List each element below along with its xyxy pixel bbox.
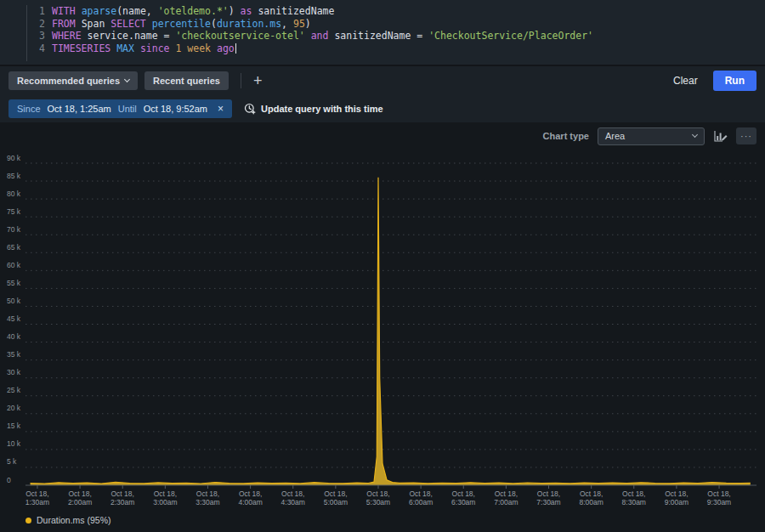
chart-header: Chart type Area ··· (0, 122, 765, 148)
svg-text:7:00am: 7:00am (494, 498, 518, 507)
svg-text:20 k: 20 k (7, 404, 21, 412)
svg-text:9:30am: 9:30am (707, 498, 731, 507)
svg-text:9:00am: 9:00am (665, 498, 688, 507)
toolbar-divider (241, 73, 241, 88)
time-filter-row: Since Oct 18, 1:25am Until Oct 18, 9:52a… (0, 95, 765, 122)
chart-section: Chart type Area ··· 90 k85 k80 k75 k70 k… (0, 122, 765, 525)
line-number: 4 (33, 42, 45, 55)
svg-text:2:00am: 2:00am (68, 498, 92, 507)
svg-text:Oct 18,: Oct 18, (452, 490, 475, 498)
svg-text:8:00am: 8:00am (579, 498, 603, 507)
legend-item[interactable]: Duration.ms (95%) (26, 515, 111, 525)
svg-text:Oct 18,: Oct 18, (537, 490, 560, 498)
add-query-button[interactable]: + (253, 73, 263, 88)
svg-text:4:30am: 4:30am (281, 498, 305, 507)
recommended-queries-label: Recommended queries (17, 76, 120, 86)
svg-text:4:00am: 4:00am (238, 498, 262, 507)
since-value: Oct 18, 1:25am (48, 104, 111, 114)
svg-text:60 k: 60 k (7, 261, 21, 269)
text-caret (235, 43, 236, 54)
svg-text:80 k: 80 k (7, 190, 21, 198)
svg-text:Oct 18,: Oct 18, (111, 490, 134, 498)
svg-text:15 k: 15 k (7, 422, 21, 430)
query-editor[interactable]: 1WITH aparse(name, 'oteldemo.*') as sani… (0, 0, 765, 66)
clock-plus-icon (244, 103, 256, 115)
svg-text:85 k: 85 k (7, 172, 21, 180)
recent-queries-button[interactable]: Recent queries (144, 71, 229, 90)
legend-label: Duration.ms (95%) (37, 515, 111, 525)
query-toolbar: Recommended queries Recent queries + Cle… (0, 66, 765, 95)
edit-chart-icon (713, 129, 728, 143)
update-time-label: Update query with this time (261, 104, 383, 114)
svg-text:Oct 18,: Oct 18, (324, 490, 347, 498)
line-number: 3 (33, 30, 45, 42)
recommended-queries-button[interactable]: Recommended queries (8, 71, 138, 90)
more-options-button[interactable]: ··· (736, 127, 756, 144)
svg-text:45 k: 45 k (7, 314, 21, 323)
code-line: 4TIMESERIES MAX since 1 week ago (33, 42, 765, 55)
svg-text:40 k: 40 k (7, 332, 21, 341)
svg-text:3:30am: 3:30am (196, 498, 219, 507)
code-line: 2FROM Span SELECT percentile(duration.ms… (33, 18, 765, 31)
svg-text:55 k: 55 k (7, 279, 21, 287)
recent-queries-label: Recent queries (153, 76, 220, 86)
svg-text:7:30am: 7:30am (536, 498, 560, 507)
svg-text:8:30am: 8:30am (622, 498, 646, 507)
chart-legend: Duration.ms (95%) (0, 512, 765, 525)
svg-text:Oct 18,: Oct 18, (68, 490, 91, 498)
code-line: 1WITH aparse(name, 'oteldemo.*') as sani… (33, 5, 765, 18)
svg-text:2:30am: 2:30am (110, 498, 134, 507)
svg-text:Oct 18,: Oct 18, (495, 490, 518, 498)
svg-text:5 k: 5 k (7, 457, 17, 466)
chart-type-label: Chart type (543, 131, 589, 141)
svg-text:50 k: 50 k (7, 297, 21, 305)
code-line: 3WHERE service.name = 'checkoutservice-o… (33, 30, 765, 42)
plus-icon: + (253, 72, 263, 89)
until-label: Until (118, 104, 137, 114)
svg-text:Oct 18,: Oct 18, (665, 490, 688, 498)
svg-text:Oct 18,: Oct 18, (281, 490, 304, 498)
chevron-down-icon (124, 76, 130, 82)
svg-text:10 k: 10 k (7, 439, 21, 448)
chart-type-select[interactable]: Area (598, 127, 705, 145)
query-editor-lines: 1WITH aparse(name, 'oteldemo.*') as sani… (26, 5, 765, 61)
svg-text:Oct 18,: Oct 18, (409, 490, 432, 498)
svg-text:Oct 18,: Oct 18, (26, 490, 48, 498)
svg-text:65 k: 65 k (7, 243, 21, 252)
clear-button[interactable]: Clear (673, 75, 698, 87)
area-chart[interactable]: 90 k85 k80 k75 k70 k65 k60 k55 k50 k45 k… (0, 148, 765, 508)
svg-text:Oct 18,: Oct 18, (580, 490, 603, 498)
update-time-button[interactable]: Update query with this time (244, 103, 383, 115)
chart-type-value: Area (605, 131, 625, 141)
run-button[interactable]: Run (713, 71, 756, 91)
svg-text:Oct 18,: Oct 18, (196, 490, 219, 498)
svg-text:Oct 18,: Oct 18, (239, 490, 262, 498)
since-label: Since (17, 104, 41, 114)
edit-chart-button[interactable] (711, 127, 729, 144)
svg-text:6:30am: 6:30am (451, 498, 475, 507)
until-value: Oct 18, 9:52am (144, 104, 207, 114)
svg-text:6:00am: 6:00am (409, 498, 433, 507)
svg-text:Oct 18,: Oct 18, (622, 490, 645, 498)
close-icon[interactable]: × (218, 103, 224, 115)
svg-text:70 k: 70 k (7, 225, 21, 234)
svg-text:1:30am: 1:30am (26, 498, 49, 507)
svg-text:90 k: 90 k (7, 154, 21, 162)
chevron-down-icon (692, 132, 698, 138)
svg-text:Oct 18,: Oct 18, (366, 490, 389, 498)
svg-text:75 k: 75 k (7, 207, 21, 216)
svg-text:35 k: 35 k (7, 350, 21, 359)
svg-text:Oct 18,: Oct 18, (154, 490, 177, 498)
svg-text:30 k: 30 k (7, 368, 21, 376)
time-range-chip[interactable]: Since Oct 18, 1:25am Until Oct 18, 9:52a… (8, 99, 232, 118)
svg-text:3:00am: 3:00am (153, 498, 177, 507)
svg-text:5:00am: 5:00am (324, 498, 348, 507)
line-number: 2 (33, 18, 45, 31)
line-number: 1 (33, 5, 45, 18)
svg-text:5:30am: 5:30am (366, 498, 390, 507)
legend-dot (26, 518, 31, 524)
svg-text:Oct 18,: Oct 18, (707, 490, 730, 498)
svg-text:0: 0 (7, 476, 11, 484)
svg-text:25 k: 25 k (7, 386, 21, 394)
